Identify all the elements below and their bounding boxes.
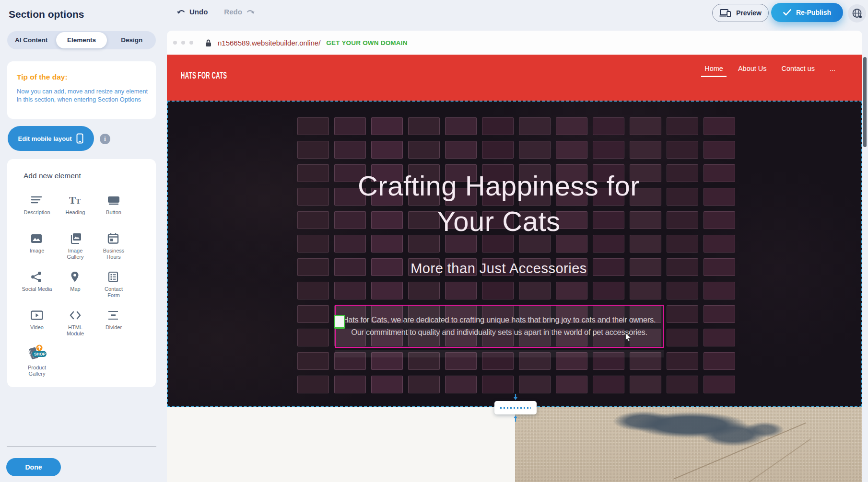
undo-label: Undo [189, 8, 208, 16]
element-button[interactable]: Button [94, 189, 133, 227]
globe-icon [851, 8, 863, 20]
element-label: Map [70, 286, 80, 292]
contact-form-icon [107, 271, 120, 283]
drag-handle[interactable] [334, 315, 345, 329]
browser-bar: n1566589.websitebuilder.online/ GET YOUR… [167, 31, 862, 55]
hero-description: Hats for Cats, we are dedicated to craft… [336, 313, 663, 338]
element-label: Social Media [22, 286, 52, 292]
map-icon [69, 271, 82, 283]
pavement-photo [515, 407, 862, 482]
republish-button[interactable]: Re-Publish [771, 3, 843, 22]
redo-icon [246, 8, 255, 16]
element-divider[interactable]: Divider [94, 304, 133, 342]
element-product-gallery[interactable]: SHOPProduct Gallery [18, 342, 56, 380]
tip-title: Tip of the day: [17, 73, 146, 81]
next-section-left [167, 407, 515, 482]
page-title: Section options [9, 9, 84, 20]
add-element-title: Add new element [23, 172, 156, 180]
sidebar-divider [7, 447, 156, 447]
check-icon [783, 9, 791, 16]
arrow-down-icon [513, 394, 518, 401]
resize-dash [500, 407, 531, 409]
hero-subheading[interactable]: More than Just Accessories [167, 261, 831, 276]
element-label: Product Gallery [22, 365, 52, 377]
element-business-hours[interactable]: Business Hours [94, 227, 133, 265]
sidebar-tabs: AI ContentElementsDesign [7, 31, 156, 49]
language-globe-button[interactable] [848, 4, 866, 23]
lock-icon [205, 39, 212, 47]
element-label: Button [106, 209, 121, 216]
edit-mobile-label: Edit mobile layout [18, 135, 72, 142]
app: Section options Undo Redo Preview Re-Pub… [0, 0, 868, 482]
element-map[interactable]: Map [56, 265, 94, 304]
section-resize-handle[interactable] [494, 401, 537, 414]
divider-icon [107, 310, 120, 321]
element-label: Image Gallery [60, 248, 91, 260]
site-canvas: n1566589.websitebuilder.online/ GET YOUR… [167, 31, 862, 482]
scrollbar-thumb[interactable] [863, 57, 867, 147]
element-label: Image [30, 248, 45, 254]
hero-scrim [335, 350, 664, 357]
heading-icon: TT [69, 195, 82, 206]
hero-section[interactable]: Crafting Happiness forYour Cats More tha… [167, 101, 862, 407]
get-domain-link[interactable]: GET YOUR OWN DOMAIN [326, 39, 407, 46]
image-gallery-icon [69, 233, 82, 244]
nav-contactus[interactable]: Contact us [782, 65, 815, 72]
description-element-selected[interactable]: Hats for Cats, we are dedicated to craft… [335, 305, 664, 348]
tab-elements[interactable]: Elements [56, 32, 106, 48]
element-html-module[interactable]: HTML Module [56, 304, 94, 342]
button-icon [107, 195, 120, 206]
site-url[interactable]: n1566589.websitebuilder.online/ [218, 39, 320, 47]
info-icon[interactable]: i [100, 134, 110, 144]
element-label: HTML Module [60, 324, 91, 337]
preview-button[interactable]: Preview [712, 4, 769, 22]
element-label: Business Hours [98, 248, 129, 260]
pavement-crack [748, 438, 811, 482]
republish-label: Re-Publish [796, 9, 831, 16]
svg-text:T: T [76, 197, 81, 205]
tab-ai-content[interactable]: AI Content [7, 31, 55, 49]
tip-body: Now you can add, move and resize any ele… [17, 88, 148, 103]
nav-home[interactable]: Home [704, 65, 723, 72]
tab-design[interactable]: Design [108, 31, 156, 49]
element-label: Contact Form [98, 286, 129, 298]
site-header: HATS FOR CATS HomeAbout UsContact us... [167, 55, 862, 101]
undo-icon [176, 8, 186, 16]
browser-dots [173, 41, 193, 45]
product-gallery-icon: SHOP [26, 344, 48, 361]
redo-label: Redo [224, 8, 242, 16]
hero-heading[interactable]: Crafting Happiness forYour Cats [167, 168, 831, 239]
tip-card: Tip of the day: Now you can add, move an… [7, 61, 156, 119]
html-module-icon [69, 310, 82, 321]
undo-redo-group: Undo Redo [176, 8, 255, 16]
preview-device-icon [719, 9, 732, 17]
element-contact-form[interactable]: Contact Form [94, 265, 133, 304]
element-image[interactable]: Image [18, 227, 56, 265]
business-hours-icon [107, 233, 120, 244]
video-icon [31, 310, 43, 321]
edit-mobile-layout-button[interactable]: Edit mobile layout [8, 126, 94, 151]
site-logo[interactable]: HATS FOR CATS [181, 69, 227, 80]
element-description[interactable]: Description [18, 189, 56, 227]
preview-label: Preview [736, 9, 762, 17]
description-icon [31, 195, 43, 206]
redo-button[interactable]: Redo [224, 8, 255, 16]
done-button[interactable]: Done [6, 458, 61, 476]
nav-more[interactable]: ... [830, 65, 835, 72]
element-label: Heading [66, 209, 85, 216]
element-image-gallery[interactable]: Image Gallery [56, 227, 94, 265]
element-social-media[interactable]: Social Media [18, 265, 56, 304]
svg-text:T: T [69, 195, 76, 206]
element-label: Divider [106, 324, 122, 331]
element-video[interactable]: Video [18, 304, 56, 342]
image-icon [31, 233, 43, 244]
nav-aboutus[interactable]: About Us [738, 65, 767, 72]
pavement-crack [673, 423, 806, 480]
site-nav: HomeAbout UsContact us... [704, 65, 835, 72]
element-heading[interactable]: TTHeading [56, 189, 94, 227]
mouse-cursor [625, 333, 632, 342]
arrow-up-icon [513, 415, 518, 422]
element-label: Description [23, 209, 50, 216]
undo-button[interactable]: Undo [176, 8, 208, 16]
add-element-panel: Add new element DescriptionTTHeadingButt… [7, 159, 156, 387]
